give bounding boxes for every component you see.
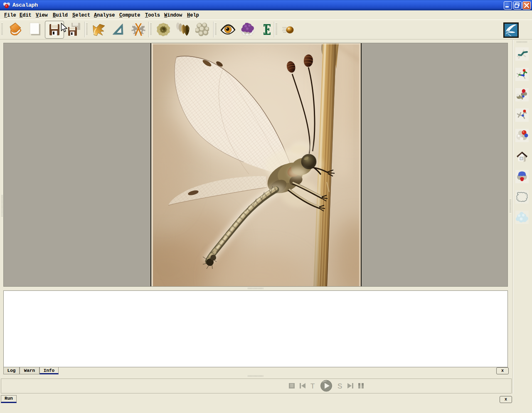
svg-text:T: T: [310, 382, 315, 390]
svg-text:S: S: [337, 382, 342, 390]
